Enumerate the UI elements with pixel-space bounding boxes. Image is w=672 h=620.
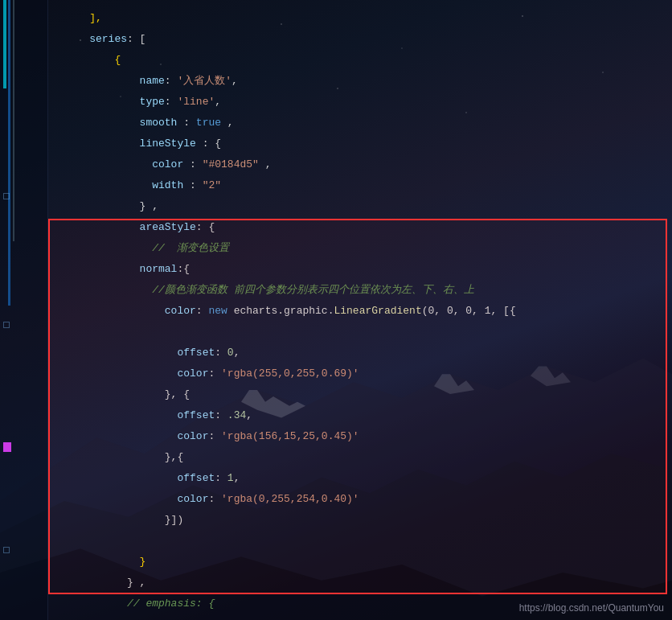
- token: "#0184d5": [203, 154, 259, 175]
- magenta-indicator: [3, 442, 11, 452]
- code-line-17: offset: 0,: [64, 343, 656, 363]
- token: type: [64, 92, 165, 113]
- code-line-4: name: '入省人数',: [64, 71, 656, 92]
- watermark-text: https://blog.csdn.net/QuantumYou: [519, 602, 664, 614]
- token: :: [183, 154, 202, 175]
- code-line-23: offset: 1,: [64, 468, 656, 489]
- code-line-27: }: [64, 552, 656, 573]
- blue-indicator: [8, 0, 10, 306]
- token: :: [208, 489, 221, 510]
- code-line-18: color: 'rgba(255,0,255,0.69)': [64, 363, 656, 384]
- token: areaStyle: [64, 217, 196, 238]
- token: :: [215, 468, 227, 489]
- code-line-20: offset: .34,: [64, 405, 656, 426]
- token: }, {: [64, 384, 190, 405]
- code-line-13: normal:{: [64, 259, 656, 280]
- token: echarts.graphic.: [227, 301, 334, 322]
- code-line-28: } ,: [64, 573, 656, 593]
- code-line-22: },{: [64, 447, 656, 468]
- token: series: [64, 29, 127, 50]
- token: }]): [64, 510, 183, 531]
- token: : {: [196, 133, 221, 154]
- side-indicator-panel: [2, 0, 18, 620]
- token: ,: [234, 343, 240, 363]
- code-line-19: }, {: [64, 384, 656, 405]
- token: },{: [64, 447, 183, 468]
- token: color: [64, 426, 208, 447]
- code-editor-content: ], series: [ { name: '入省人数', type: 'line…: [48, 0, 672, 620]
- token: } ,: [64, 573, 145, 593]
- token: color: [64, 154, 183, 175]
- square-indicator-1: [3, 193, 10, 199]
- code-line-15: color: new echarts.graphic.LinearGradien…: [64, 301, 656, 322]
- token: :: [165, 71, 178, 92]
- token: new: [208, 301, 227, 322]
- token: [64, 322, 71, 343]
- token: lineStyle: [64, 133, 196, 154]
- token: (0, 0, 0, 1, [{: [422, 301, 516, 322]
- square-indicator-2: [3, 322, 10, 328]
- code-line-8: color : "#0184d5" ,: [64, 154, 656, 175]
- token: ],: [64, 8, 102, 29]
- token: ,: [215, 92, 221, 113]
- token: :: [165, 92, 178, 113]
- token: color: [64, 363, 208, 384]
- token: 'rgba(0,255,254,0.40)': [221, 489, 359, 510]
- token: ,: [232, 71, 238, 92]
- token: offset: [64, 405, 215, 426]
- code-line-3: {: [64, 50, 656, 71]
- token: : {: [196, 217, 215, 238]
- token: ,: [234, 468, 240, 489]
- token: color: [64, 301, 196, 322]
- token: :: [208, 363, 221, 384]
- token: smooth: [64, 113, 177, 133]
- code-line-24: color: 'rgba(0,255,254,0.40)': [64, 489, 656, 510]
- token: true: [196, 113, 221, 133]
- code-line-12: // 渐变色设置: [64, 238, 656, 259]
- token: :: [215, 343, 227, 363]
- code-line-10: } ,: [64, 196, 656, 217]
- token: normal: [64, 259, 177, 280]
- code-line-11: areaStyle: {: [64, 217, 656, 238]
- code-line-2: series: [: [64, 29, 656, 50]
- token: .34: [227, 405, 246, 426]
- token: :: [215, 405, 227, 426]
- code-line-14: //颜色渐变函数 前四个参数分别表示四个位置依次为左、下、右、上: [64, 280, 656, 301]
- token: ,: [246, 405, 252, 426]
- code-line-1: ],: [64, 8, 656, 29]
- token: 'rgba(255,0,255,0.69)': [221, 363, 359, 384]
- token: :: [183, 175, 202, 196]
- token: } ,: [64, 196, 158, 217]
- token: :: [177, 113, 195, 133]
- cyan-indicator: [3, 0, 6, 88]
- token: :{: [177, 259, 190, 280]
- token: 1: [227, 468, 234, 489]
- token: //颜色渐变函数 前四个参数分别表示四个位置依次为左、下、右、上: [64, 280, 474, 301]
- token: offset: [64, 468, 215, 489]
- token: width: [64, 175, 183, 196]
- token: :: [208, 426, 221, 447]
- code-line-25: }]): [64, 510, 656, 531]
- token: color: [64, 489, 208, 510]
- token: '入省人数': [177, 71, 232, 92]
- token: name: [64, 71, 165, 92]
- token: }: [64, 552, 145, 573]
- code-line-7: lineStyle : {: [64, 133, 656, 154]
- token: "2": [203, 175, 221, 196]
- code-line-6: smooth : true ,: [64, 113, 656, 133]
- token: :: [196, 301, 209, 322]
- token: ,: [259, 154, 272, 175]
- line-indicator-1: [13, 0, 14, 241]
- token: // 渐变色设置: [64, 238, 229, 259]
- code-line-21: color: 'rgba(156,15,25,0.45)': [64, 426, 656, 447]
- token: {: [64, 50, 121, 71]
- square-indicator-3: [3, 547, 10, 553]
- token: : [: [127, 29, 145, 50]
- token: 'rgba(156,15,25,0.45)': [221, 426, 359, 447]
- code-line-16: [64, 322, 656, 343]
- code-line-5: type: 'line',: [64, 92, 656, 113]
- token: [64, 531, 71, 552]
- code-line-26: [64, 531, 656, 552]
- code-line-9: width : "2": [64, 175, 656, 196]
- token: 0: [227, 343, 234, 363]
